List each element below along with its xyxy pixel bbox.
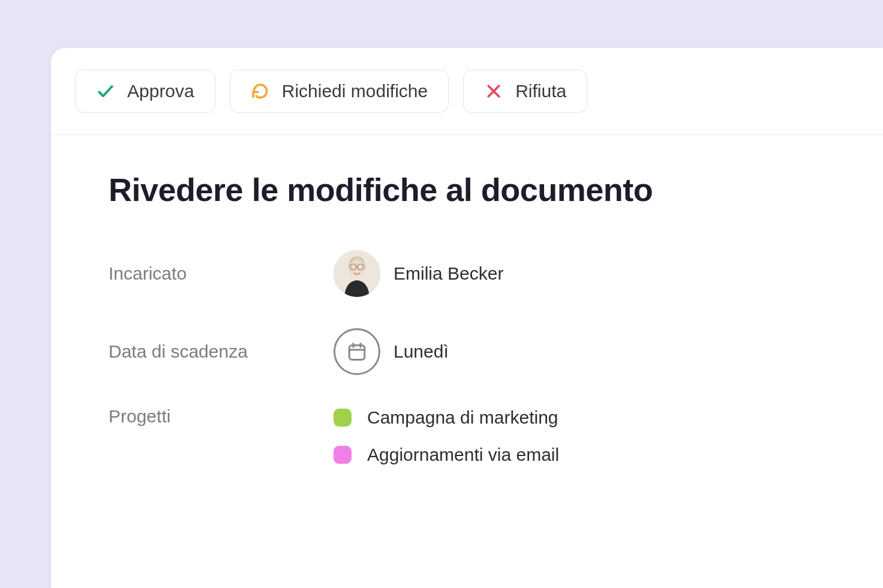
reject-button[interactable]: Rifiuta <box>463 70 587 113</box>
task-card: Approva Richiedi modifiche Rifiuta Rived… <box>51 48 883 588</box>
reject-label: Rifiuta <box>515 81 566 101</box>
calendar-icon <box>334 328 380 375</box>
projects-label: Progetti <box>109 406 334 427</box>
task-content: Rivedere le modifiche al documento Incar… <box>51 135 883 532</box>
due-date-text: Lunedì <box>394 341 449 362</box>
assignee-value[interactable]: Emilia Becker <box>334 250 503 297</box>
svg-rect-8 <box>349 346 365 360</box>
project-color-chip <box>334 409 352 427</box>
approve-label: Approva <box>127 81 194 101</box>
check-icon <box>96 82 115 101</box>
assignee-row: Incaricato Emil <box>109 250 825 297</box>
approve-button[interactable]: Approva <box>75 70 215 113</box>
assignee-label: Incaricato <box>109 263 334 284</box>
due-date-row: Data di scadenza Lunedì <box>109 328 825 375</box>
due-date-value[interactable]: Lunedì <box>334 328 449 375</box>
projects-row: Progetti Campagna di marketing Aggiornam… <box>109 406 825 465</box>
action-toolbar: Approva Richiedi modifiche Rifiuta <box>51 48 883 135</box>
avatar <box>334 250 380 297</box>
undo-icon <box>251 82 270 101</box>
project-item[interactable]: Aggiornamenti via email <box>334 445 559 465</box>
x-icon <box>484 82 503 101</box>
due-date-label: Data di scadenza <box>109 341 334 362</box>
projects-list: Campagna di marketing Aggiornamenti via … <box>334 406 559 465</box>
project-item[interactable]: Campagna di marketing <box>334 407 559 428</box>
assignee-name: Emilia Becker <box>394 263 503 284</box>
request-changes-button[interactable]: Richiedi modifiche <box>230 70 449 113</box>
task-title: Rivedere le modifiche al documento <box>109 171 825 208</box>
project-name: Campagna di marketing <box>367 407 558 428</box>
project-color-chip <box>334 446 352 464</box>
request-changes-label: Richiedi modifiche <box>282 81 428 101</box>
project-name: Aggiornamenti via email <box>367 445 559 465</box>
